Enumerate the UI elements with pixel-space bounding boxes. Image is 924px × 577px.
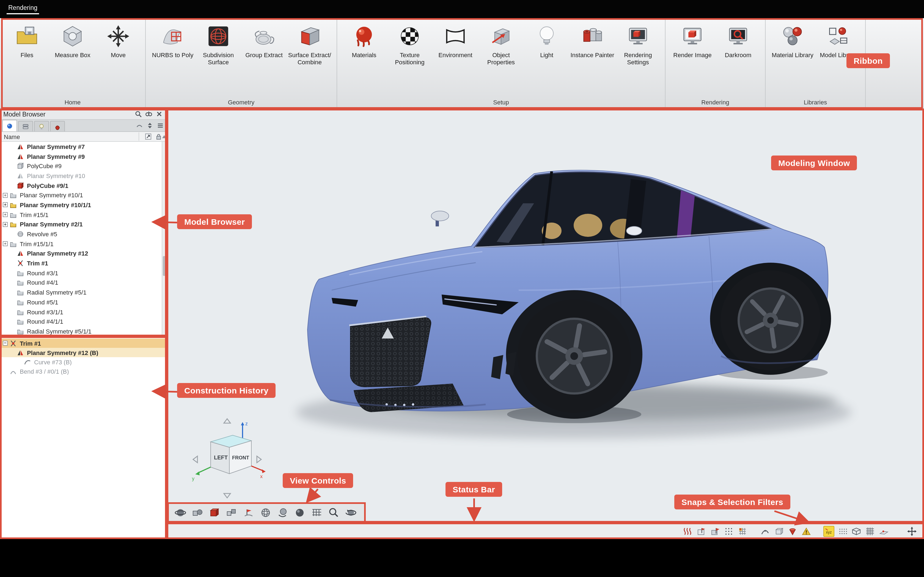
- prim-pair-icon[interactable]: [225, 506, 238, 519]
- grid-3d-icon[interactable]: [851, 526, 862, 537]
- expander-toggle-icon[interactable]: +: [3, 212, 8, 217]
- find-icon[interactable]: [144, 110, 153, 118]
- flag-note-icon[interactable]: [709, 526, 720, 537]
- turntable-icon[interactable]: [344, 506, 357, 519]
- browser-tab-2[interactable]: [18, 121, 33, 131]
- tree-item-planar-symmetry-12[interactable]: Planar Symmetry #12: [0, 249, 162, 258]
- pivot-snap-icon[interactable]: [787, 526, 798, 537]
- tree-item-radial-symmetry-5-1[interactable]: Radial Symmetry #5/1: [0, 288, 162, 297]
- zoom-view-icon[interactable]: [327, 506, 341, 519]
- tree-item-planar-symmetry-9[interactable]: Planar Symmetry #9: [0, 152, 162, 161]
- ribbon-button-materials[interactable]: Materials: [342, 23, 386, 59]
- tree-item-planar-symmetry-7[interactable]: Planar Symmetry #7: [0, 142, 162, 152]
- tree-item-trim-15-1[interactable]: +Trim #15/1: [0, 210, 162, 219]
- sort-icon[interactable]: [145, 121, 154, 130]
- xyz-snap-icon[interactable]: xyz: [823, 526, 834, 537]
- folder-gray-icon: [17, 279, 25, 286]
- ribbon-button-group-extract[interactable]: Group Extract: [242, 23, 286, 59]
- shaded-sphere-icon[interactable]: [293, 506, 306, 519]
- box-snap-icon[interactable]: [773, 526, 784, 537]
- expander-toggle-icon[interactable]: +: [3, 193, 8, 198]
- folder-gray-icon: [17, 318, 25, 325]
- flag-page-icon[interactable]: [696, 526, 707, 537]
- grid-toggle-icon[interactable]: [310, 506, 323, 519]
- grid-highlight-icon[interactable]: [737, 526, 748, 537]
- ribbon-button-measure-box[interactable]: Measure Box: [51, 23, 95, 59]
- folder-gray-icon: [17, 289, 25, 296]
- expander-toggle-icon[interactable]: +: [3, 241, 8, 246]
- ribbon-button-subdivision-surface[interactable]: Subdivision Surface: [196, 23, 240, 66]
- alert-icon[interactable]: [801, 526, 812, 537]
- expander-toggle-icon[interactable]: +: [3, 222, 8, 227]
- tree-item-radial-symmetry-5-1-1[interactable]: Radial Symmetry #5/1/1: [0, 326, 162, 336]
- folder-gray-icon: [10, 192, 18, 199]
- tree-item-planar-symmetry-12-b[interactable]: Planar Symmetry #12 (B): [0, 348, 166, 357]
- ribbon-button-object-properties[interactable]: Object Properties: [479, 23, 523, 66]
- tree-item-round-4-1[interactable]: Round #4/1: [0, 278, 162, 287]
- tree-item-round-5-1[interactable]: Round #5/1: [0, 297, 162, 307]
- modeling-viewport[interactable]: z LEFT FRONT x y: [166, 109, 924, 522]
- curve-snap-icon[interactable]: [759, 526, 771, 537]
- ribbon-button-environment[interactable]: Environment: [433, 23, 477, 59]
- tree-item-trim-1[interactable]: Trim #1: [0, 259, 162, 268]
- scrollbar-thumb[interactable]: [163, 256, 166, 276]
- transform-icon[interactable]: [906, 526, 918, 537]
- list-view-icon[interactable]: [156, 121, 165, 130]
- lattice-icon[interactable]: [864, 526, 876, 537]
- flag-surface-icon[interactable]: [242, 506, 255, 519]
- browser-tab-3[interactable]: [34, 121, 49, 131]
- search-icon[interactable]: [134, 110, 142, 118]
- browser-tab-1[interactable]: [2, 120, 17, 131]
- tree-item-planar-symmetry-2-1[interactable]: +Planar Symmetry #2/1: [0, 219, 162, 229]
- curve-handle-icon[interactable]: [135, 121, 144, 130]
- hatch-snap-icon[interactable]: [682, 526, 693, 537]
- ribbon-button-darkroom[interactable]: Darkroom: [716, 23, 760, 59]
- ribbon-button-rendering-settings[interactable]: Rendering Settings: [616, 23, 660, 66]
- red-cube-icon[interactable]: [208, 506, 221, 519]
- tree-item-round-4-1-1[interactable]: Round #4/1/1: [0, 317, 162, 326]
- tree-item-planar-symmetry-10[interactable]: Planar Symmetry #10: [0, 171, 162, 181]
- tree-item-trim-1[interactable]: −Trim #1: [0, 338, 166, 348]
- tree-item-bend-3-0-1-b[interactable]: Bend #3 / #0/1 (B): [0, 366, 166, 376]
- tree-item-revolve-5[interactable]: Revolve #5: [0, 229, 162, 239]
- tree-item-planar-symmetry-10-1-1[interactable]: +Planar Symmetry #10/1/1: [0, 200, 162, 210]
- prim-cube-icon[interactable]: [191, 506, 204, 519]
- tree-item-planar-symmetry-10-1[interactable]: +Planar Symmetry #10/1: [0, 190, 162, 200]
- wire-sphere-icon[interactable]: [259, 506, 272, 519]
- ribbon-button-nurbs-to-poly[interactable]: NURBS to Poly: [151, 23, 195, 59]
- tree-item-polycube-9-1[interactable]: PolyCube #9/1: [0, 181, 162, 190]
- tree-item-round-3-1[interactable]: Round #3/1: [0, 268, 162, 278]
- ribbon-button-texture-positioning[interactable]: Texture Positioning: [388, 23, 432, 66]
- tree-item-polycube-9[interactable]: PolyCube #9: [0, 161, 162, 171]
- tree-item-round-3-1-1[interactable]: Round #3/1/1: [0, 307, 162, 316]
- browser-tab-4[interactable]: [50, 121, 65, 131]
- expander-toggle-icon[interactable]: −: [3, 341, 8, 346]
- ribbon-button-instance-painter[interactable]: Instance Painter: [570, 23, 614, 59]
- close-icon[interactable]: [155, 110, 163, 118]
- orbit-view-icon[interactable]: [174, 506, 187, 519]
- pin-icon[interactable]: [144, 132, 152, 141]
- ribbon-button-files[interactable]: Files: [5, 23, 49, 59]
- annotation-snaps: Snaps & Selection Filters: [674, 495, 790, 509]
- ribbon-button-label: Materials: [352, 52, 376, 59]
- tree-item-label: Planar Symmetry #7: [27, 143, 85, 150]
- tree-item-curve-73-b[interactable]: Curve #73 (B): [0, 357, 166, 366]
- ribbon-button-render-image[interactable]: Render Image: [670, 23, 714, 59]
- point-grid-icon[interactable]: [723, 526, 734, 537]
- ribbon-button-light[interactable]: Light: [525, 23, 569, 59]
- hand-sphere-icon[interactable]: [276, 506, 289, 519]
- grid-snap-icon[interactable]: [837, 526, 848, 537]
- scroll-up-icon[interactable]: [162, 133, 166, 141]
- ribbon-button-material-library[interactable]: Material Library: [771, 23, 814, 59]
- tree-item-trim-15-1-1[interactable]: +Trim #15/1/1: [0, 239, 162, 249]
- tree-item-label: Planar Symmetry #10/1/1: [20, 201, 91, 208]
- expander-toggle-icon[interactable]: +: [3, 203, 8, 208]
- plane-snap-icon[interactable]: [878, 526, 889, 537]
- ribbon-button-move[interactable]: Move: [96, 23, 140, 59]
- ribbon-button-label: Environment: [438, 52, 472, 59]
- ribbon-button-surface-extract-combine[interactable]: Surface Extract/ Combine: [288, 23, 332, 66]
- tree-item-label: Round #3/1/1: [27, 309, 63, 315]
- tab-rendering[interactable]: Rendering: [6, 5, 39, 14]
- model-browser-scrollbar[interactable]: [162, 142, 166, 336]
- view-cube[interactable]: z LEFT FRONT x y: [190, 417, 267, 500]
